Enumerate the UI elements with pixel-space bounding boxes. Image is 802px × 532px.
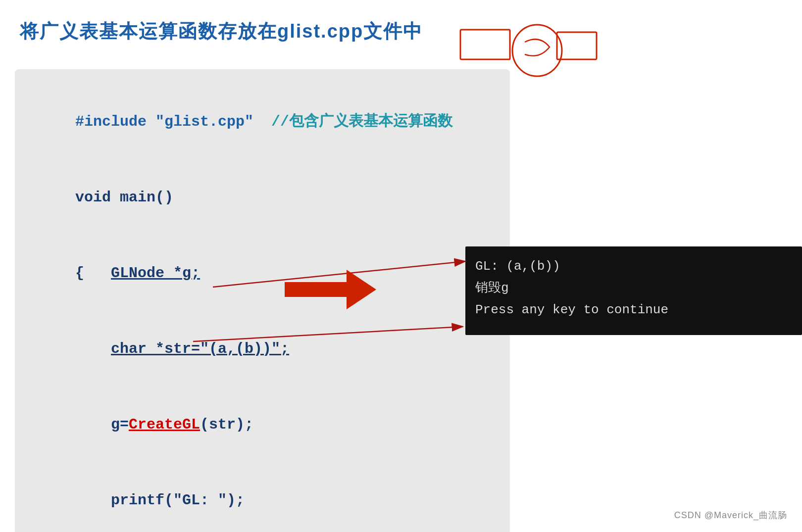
terminal-line-1: GL: (a,(b)) <box>475 255 792 277</box>
code-line-printf1: printf("GL: "); <box>40 463 490 532</box>
footer-credit: CSDN @Maverick_曲流肠 <box>674 509 787 521</box>
include-comment: //包含广义表基本运算函数 <box>253 113 452 130</box>
code-line-include: #include "glist.cpp" //包含广义表基本运算函数 <box>40 84 490 160</box>
svg-rect-0 <box>460 30 510 59</box>
code-line-create: g=CreateGL(str); <box>40 387 490 463</box>
code-line-open: { GLNode *g; <box>40 236 490 311</box>
code-line-main: void main() <box>40 160 490 236</box>
svg-point-1 <box>512 25 562 76</box>
terminal-line-2: 销毁g <box>475 277 792 299</box>
svg-rect-2 <box>557 32 597 59</box>
include-statement: #include "glist.cpp" <box>75 113 253 130</box>
page-title: 将广义表基本运算函数存放在glist.cpp文件中 <box>20 19 423 44</box>
code-line-char: char *str="(a,(b))"; <box>40 311 490 387</box>
terminal-output: GL: (a,(b)) 销毁g Press any key to continu… <box>465 246 802 335</box>
terminal-line-3: Press any key to continue <box>475 299 792 321</box>
code-block: #include "glist.cpp" //包含广义表基本运算函数 void … <box>15 69 510 532</box>
